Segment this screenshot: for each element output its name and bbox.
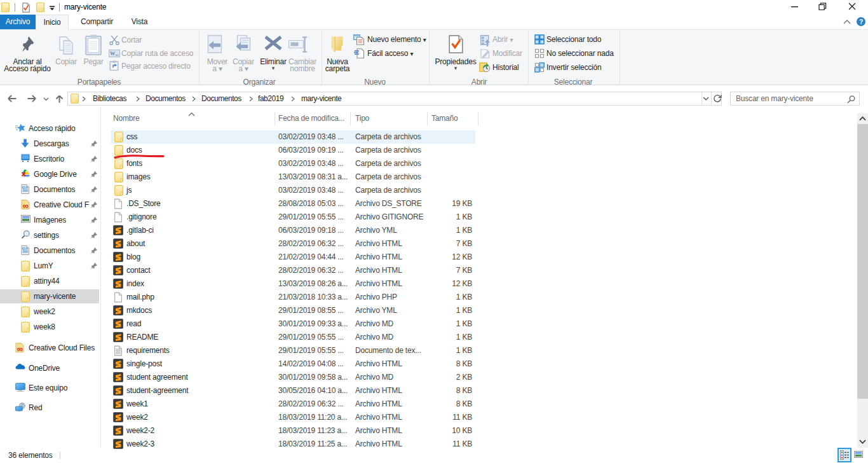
- svg-text:?: ?: [859, 18, 863, 25]
- svg-text:∞: ∞: [17, 344, 22, 352]
- svg-text:W: W: [110, 50, 116, 57]
- svg-text:∞: ∞: [22, 201, 28, 209]
